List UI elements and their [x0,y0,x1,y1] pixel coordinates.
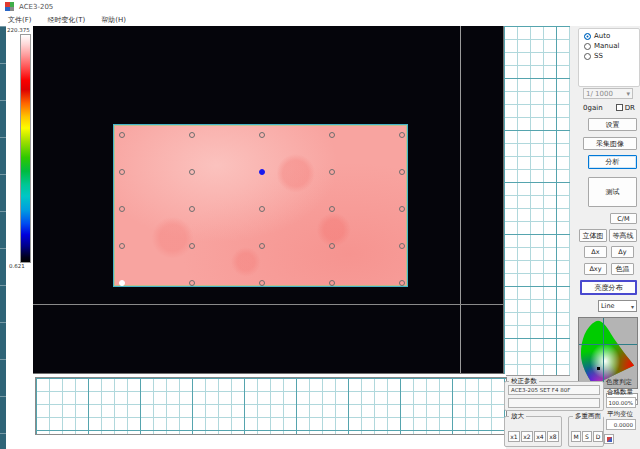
title-bar: ACE3-205 [0,0,640,14]
luminance-colorbar [20,34,31,263]
analyze-button[interactable]: 分析 [588,155,637,169]
capture-image-button[interactable]: 采集图像 [583,137,637,150]
measure-point[interactable] [189,280,195,286]
colorbar-max-label: 220.375 [7,27,30,33]
radio-manual-label: Manual [594,42,619,50]
measure-point[interactable] [399,243,405,249]
menu-bar: 文件(F) 经时变化(T) 帮助(H) [0,13,640,27]
palette-icon-button[interactable] [604,434,614,444]
contour-button[interactable]: 等高线 [609,229,637,242]
judgment-title: 色度判定 [606,378,632,387]
measure-point[interactable] [399,132,405,138]
radio-manual-circle[interactable] [584,43,591,50]
multi-d-button[interactable]: D [593,431,603,442]
line-mode-select[interactable]: Line ▾ [598,300,637,312]
measure-point[interactable] [329,280,335,286]
measure-point[interactable] [119,243,125,249]
shutter-speed-select[interactable]: 1/ 1000 ▾ [583,88,633,99]
measure-point[interactable] [119,132,125,138]
dr-checkbox[interactable] [616,104,623,111]
measure-point[interactable] [259,169,265,175]
cie-crosshair-vertical [603,318,604,388]
gain-label: 0gain [583,104,603,112]
radio-ss-circle[interactable] [584,53,591,60]
exposure-panel: Auto Manual SS [578,28,640,87]
radio-auto-circle[interactable] [584,33,591,40]
camera-image-area[interactable] [33,26,504,374]
menu-time-change[interactable]: 经时变化(T) [40,15,94,25]
correction-preset-field[interactable]: ACE3-205 SET F4 80F [508,385,600,395]
multi-m-button[interactable]: M [571,431,581,442]
multi-s-button[interactable]: S [582,431,592,442]
chevron-down-icon: ▾ [626,90,630,98]
measure-point[interactable] [259,132,265,138]
palette-icon [607,437,612,442]
solid-view-button[interactable]: 立体图 [579,229,607,242]
measure-point[interactable] [259,243,265,249]
horizontal-profile-chart [35,377,507,435]
measure-point[interactable] [189,169,195,175]
pass-count-value: 100.00% [606,397,636,408]
measure-point[interactable] [329,243,335,249]
shutter-value: 1/ 1000 [586,90,613,98]
color-temp-button[interactable]: 色温 [611,263,634,275]
measure-point[interactable] [189,132,195,138]
zoom-x4-button[interactable]: x4 [534,431,546,442]
measure-point[interactable] [399,280,405,286]
avg-deviation-value: 0.0000 [606,419,636,430]
menu-help[interactable]: 帮助(H) [93,15,134,25]
line-mode-value: Line [601,302,615,310]
dr-label: DR [625,104,635,112]
measure-point[interactable] [189,243,195,249]
section-line-vertical[interactable] [460,26,461,373]
measure-point[interactable] [189,206,195,212]
magnify-groupbox: 放大 x1 x2 x4 x8 [504,416,562,447]
app-icon [5,2,14,11]
measured-panel[interactable] [113,124,408,287]
magnify-title: 放大 [509,412,526,421]
cie-measured-point [597,367,600,370]
delta-y-button[interactable]: Δy [611,246,634,258]
zoom-x8-button[interactable]: x8 [547,431,559,442]
measure-point[interactable] [329,132,335,138]
dr-checkbox-row[interactable]: DR [616,104,635,112]
radio-auto-label: Auto [594,32,610,40]
multiscreen-title: 多重画面 [573,412,603,421]
delta-xy-button[interactable]: Δxy [584,263,607,275]
pass-count-label: 合格数量 [607,388,633,397]
chevron-down-icon: ▾ [631,303,634,310]
section-line-horizontal[interactable] [33,304,503,305]
test-button[interactable]: 测试 [588,177,637,207]
colorbar-min-label: 0.621 [9,263,25,269]
measure-point[interactable] [259,206,265,212]
measure-point[interactable] [119,206,125,212]
settings-button[interactable]: 设置 [588,118,637,131]
measure-point[interactable] [119,280,125,286]
cm-button[interactable]: C/M [610,213,637,224]
delta-x-button[interactable]: Δx [584,246,607,258]
measure-point[interactable] [329,169,335,175]
measure-point[interactable] [399,169,405,175]
radio-ss[interactable]: SS [584,52,603,60]
radio-ss-label: SS [594,52,603,60]
luminance-distribution-button[interactable]: 亮度分布 [580,280,637,295]
zoom-x1-button[interactable]: x1 [508,431,520,442]
radio-auto[interactable]: Auto [584,32,610,40]
multiscreen-groupbox: 多重画面 M S D [568,416,604,447]
radio-manual[interactable]: Manual [584,42,619,50]
zoom-x2-button[interactable]: x2 [521,431,533,442]
window-title: ACE3-205 [19,3,53,11]
correction-groupbox: 校正参数 ACE3-205 SET F4 80F [504,381,604,411]
measure-point[interactable] [329,206,335,212]
measure-point[interactable] [399,206,405,212]
correction-preset2-field[interactable] [508,398,600,408]
cie-crosshair-horizontal [579,344,637,345]
avg-deviation-label: 平均变位 [607,410,633,419]
menu-file[interactable]: 文件(F) [0,15,40,25]
measure-point[interactable] [119,169,125,175]
gain-row: 0gain DR [583,103,635,113]
vertical-profile-chart [504,26,570,376]
measure-point[interactable] [259,280,265,286]
